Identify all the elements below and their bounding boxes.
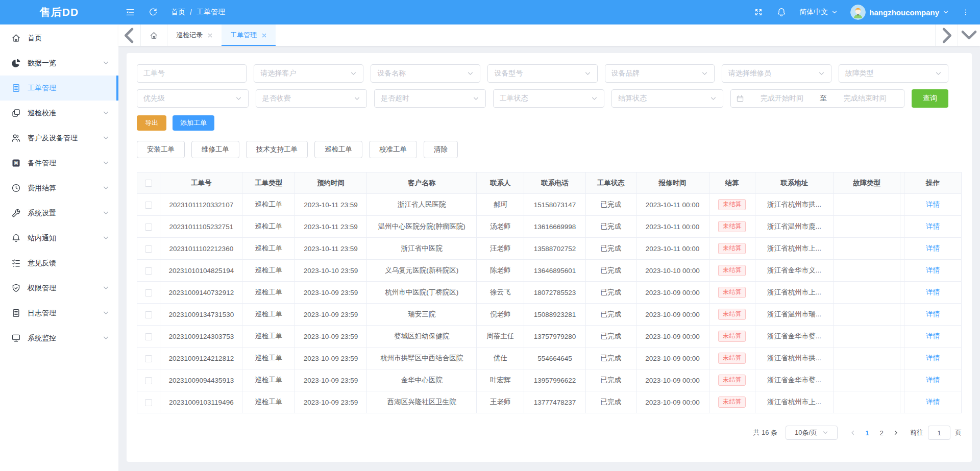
tabs-scroll-right-button[interactable] [935, 24, 958, 46]
close-icon[interactable] [261, 33, 267, 38]
search-button[interactable]: 查询 [912, 89, 948, 108]
detail-link[interactable]: 详情 [926, 222, 940, 230]
order-type-button-repair[interactable]: 维修工单 [191, 141, 239, 158]
detail-link[interactable]: 详情 [926, 376, 940, 384]
sidebar-item-data-overview[interactable]: 数据一览 [0, 51, 118, 76]
cell-order_no: 20231009134731530 [160, 304, 242, 326]
detail-link[interactable]: 详情 [926, 354, 940, 362]
detail-link[interactable]: 详情 [926, 310, 940, 318]
more-vertical-icon[interactable] [962, 8, 970, 16]
sidebar-item-spare-parts[interactable]: ⌘备件管理 [0, 151, 118, 176]
cell-type: 巡检工单 [242, 238, 295, 260]
cell-fault [834, 282, 900, 304]
detail-link[interactable]: 详情 [926, 398, 940, 406]
row-checkbox[interactable] [145, 224, 152, 231]
order-type-button-inspection[interactable]: 巡检工单 [314, 141, 362, 158]
sidebar-item-system-settings[interactable]: 系统设置 [0, 201, 118, 226]
table-row: 20231011102212360巡检工单2023-10-11 23:59浙江省… [137, 238, 962, 260]
sidebar-item-monitor[interactable]: 系统监控 [0, 326, 118, 351]
bell-icon[interactable] [776, 7, 787, 17]
cell-fault [834, 304, 900, 326]
breadcrumb-home[interactable]: 首页 [171, 8, 185, 17]
filter-select-overtime[interactable]: 是否超时 [374, 89, 486, 108]
row-checkbox[interactable] [145, 245, 152, 253]
order-type-button-install[interactable]: 安装工单 [137, 141, 185, 158]
row-checkbox[interactable] [145, 202, 152, 209]
sidebar-item-inspection-calibration[interactable]: 巡检校准 [0, 101, 118, 126]
page-size-select[interactable]: 10条/页 [786, 426, 838, 440]
prev-page-button[interactable] [846, 426, 860, 440]
placeholder-text: 设备品牌 [611, 69, 698, 78]
tabs-menu-button[interactable] [958, 24, 980, 46]
cell-status: 已完成 [585, 348, 636, 369]
filter-select-priority[interactable]: 优先级 [137, 89, 249, 108]
sidebar-item-customer-device[interactable]: 客户及设备管理 [0, 126, 118, 151]
cell-checkbox [137, 304, 160, 326]
tab-1[interactable]: 工单管理 [222, 24, 276, 46]
filter-select-settlement-status[interactable]: 结算状态 [611, 89, 723, 108]
select-all-checkbox[interactable] [145, 180, 152, 187]
chevron-down-icon [473, 95, 479, 102]
order-type-button-calibration[interactable]: 校准工单 [369, 141, 417, 158]
cell-phone: 15088923281 [524, 304, 586, 326]
add-order-button[interactable]: 添加工单 [173, 115, 214, 131]
detail-link[interactable]: 详情 [926, 244, 940, 252]
filter-input-order-no[interactable]: 工单号 [137, 64, 247, 83]
page-button-2[interactable]: 2 [874, 426, 889, 440]
fullscreen-icon[interactable] [753, 7, 764, 17]
filter-select-fault-type[interactable]: 故障类型 [839, 64, 948, 83]
sidebar-item-home[interactable]: 首页 [0, 26, 118, 51]
tabs-scroll-left-button[interactable] [118, 24, 141, 46]
page-button-1[interactable]: 1 [860, 426, 874, 440]
row-checkbox[interactable] [145, 333, 152, 340]
row-checkbox[interactable] [145, 399, 152, 406]
filter-select-device-name[interactable]: 设备名称 [371, 64, 480, 83]
sidebar-collapse-icon[interactable] [125, 7, 135, 17]
sidebar-item-feedback[interactable]: 意见反馈 [0, 251, 118, 276]
detail-link[interactable]: 详情 [926, 332, 940, 340]
row-checkbox[interactable] [145, 289, 152, 296]
detail-link[interactable]: 详情 [926, 201, 940, 208]
row-checkbox[interactable] [145, 355, 152, 362]
order-type-button-clear[interactable]: 清除 [424, 141, 458, 158]
sidebar-item-permission[interactable]: 权限管理 [0, 276, 118, 301]
sidebar-item-fee-settlement[interactable]: 费用结算 [0, 176, 118, 201]
sidebar-item-log[interactable]: 日志管理 [0, 301, 118, 326]
monitor-icon [11, 333, 21, 343]
settlement-badge: 未结算 [718, 199, 746, 210]
home-tab-button[interactable] [141, 24, 167, 46]
sidebar-item-work-order[interactable]: 工单管理 [0, 76, 118, 101]
detail-link[interactable]: 详情 [926, 288, 940, 296]
filter-select-customer[interactable]: 请选择客户 [254, 64, 363, 83]
close-icon[interactable] [207, 33, 213, 38]
filter-select-chargeable[interactable]: 是否收费 [256, 89, 368, 108]
sidebar-item-site-notice[interactable]: 站内通知 [0, 226, 118, 251]
order-type-button-tech-support[interactable]: 技术支持工单 [246, 141, 308, 158]
filter-select-repairman[interactable]: 请选择维修员 [722, 64, 831, 83]
refresh-icon[interactable] [149, 8, 158, 17]
filter-select-device-model[interactable]: 设备型号 [487, 64, 597, 83]
cell-address: 浙江省金华市义... [755, 260, 834, 282]
cell-address: 浙江省杭州市上... [755, 238, 834, 260]
cell-spacer [900, 326, 904, 348]
clock-icon [11, 183, 21, 193]
detail-link[interactable]: 详情 [926, 266, 940, 274]
row-checkbox[interactable] [145, 377, 152, 384]
tab-0[interactable]: 巡检记录 [167, 24, 222, 46]
cell-order_no: 20231010104825194 [160, 260, 242, 282]
row-checkbox[interactable] [145, 311, 152, 318]
cell-settlement: 未结算 [709, 391, 755, 413]
cell-status: 已完成 [585, 260, 636, 282]
row-checkbox[interactable] [145, 267, 152, 275]
export-button[interactable]: 导出 [137, 115, 166, 131]
cell-phone: 13957996622 [524, 369, 586, 391]
filter-select-order-status[interactable]: 工单状态 [493, 89, 605, 108]
language-selector[interactable]: 简体中文 [799, 8, 838, 17]
filter-select-device-brand[interactable]: 设备品牌 [605, 64, 715, 83]
pagination: 共 16 条 10条/页 12 前往 页 [137, 426, 962, 440]
next-page-button[interactable] [889, 426, 903, 440]
user-menu[interactable]: hangzhoucompany [850, 5, 949, 20]
date-range-picker[interactable]: 完成开始时间 至 完成结束时间 [730, 89, 905, 108]
goto-page-input[interactable] [928, 426, 950, 440]
command-icon: ⌘ [11, 158, 21, 168]
